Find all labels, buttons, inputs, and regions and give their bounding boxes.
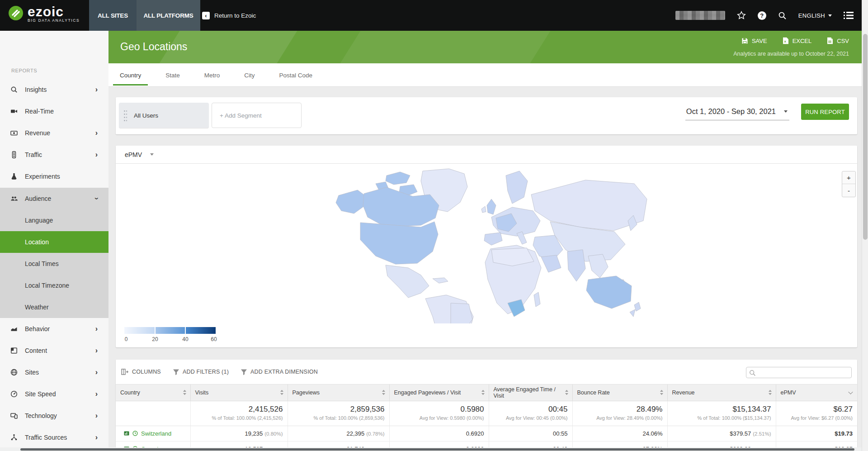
world-map[interactable] (332, 167, 649, 323)
globe-icon (10, 369, 18, 376)
table-search-input[interactable] (758, 367, 849, 378)
tab-metro[interactable]: Metro (198, 63, 227, 87)
favorite-star-icon[interactable] (737, 11, 746, 20)
sidebar-item-real-time[interactable]: Real-Time (0, 100, 108, 122)
date-range-picker[interactable]: Oct 1, 2020 - Sep 30, 2021 (685, 107, 789, 120)
chevron-right-icon: › (95, 369, 98, 375)
run-report-button[interactable]: RUN REPORT (801, 104, 849, 120)
segment-chip-all-users[interactable]: All Users (119, 103, 209, 128)
tab-city[interactable]: City (237, 63, 261, 87)
sidebar-item-content[interactable]: Content › (0, 340, 108, 361)
excel-export-button[interactable]: x EXCEL (783, 37, 812, 44)
sidebar-item-local-timezone[interactable]: Local Timezone (0, 275, 108, 296)
map-legend-labels: 0 20 40 60 (124, 336, 216, 342)
map-card: ePMV (116, 146, 857, 347)
sort-icon (280, 389, 284, 396)
map-zoom-in-button[interactable]: + (842, 171, 855, 184)
sidebar-item-weather[interactable]: Weather (0, 296, 108, 318)
col-header-avg-engaged-time[interactable]: Average Engaged Time / Visit (489, 385, 572, 401)
col-header-country[interactable]: Country (116, 385, 190, 401)
map-zoom-out-button[interactable]: - (842, 184, 855, 197)
excel-icon: x (783, 37, 789, 44)
video-camera-icon (10, 108, 18, 115)
map-metric-dropdown[interactable]: ePMV (125, 151, 154, 158)
sidebar-item-technology[interactable]: Technology › (0, 405, 108, 427)
clock-icon[interactable] (132, 431, 138, 436)
vertical-scrollbar-thumb[interactable] (863, 34, 868, 240)
ezoic-logo[interactable]: ezoic BIG DATA ANALYTICS (8, 5, 80, 23)
svg-text:x: x (784, 39, 786, 43)
report-icon[interactable] (124, 431, 129, 436)
language-selector[interactable]: ENGLISH (798, 12, 832, 19)
col-header-engaged-pageviews[interactable]: Engaged Pageviews / Visit (389, 385, 489, 401)
sidebar-item-behavior[interactable]: Behavior › (0, 318, 108, 340)
main-content: Geo Locations SAVE x EXCEL CSV Analytics… (108, 31, 862, 451)
save-button[interactable]: SAVE (741, 38, 767, 44)
segment-filter-card: All Users + Add Segment Oct 1, 2020 - Se… (116, 97, 857, 134)
chevron-right-icon: › (95, 152, 98, 158)
geo-table: Country Visits Pageviews Engaged Pagevie… (116, 385, 857, 451)
drag-handle-icon[interactable] (123, 109, 127, 121)
sidebar-item-location[interactable]: Location (0, 231, 108, 253)
return-to-ezoic-label: Return to Ezoic (214, 12, 256, 19)
chevron-right-icon: › (95, 326, 98, 332)
tab-state[interactable]: State (159, 63, 187, 87)
totals-row: 2,415,526% of Total: 100.00% (2,415,526)… (116, 401, 857, 426)
page-title: Geo Locations (120, 41, 187, 53)
sidebar-item-traffic-sources[interactable]: Traffic Sources › (0, 427, 108, 448)
sidebar-item-audience[interactable]: Audience › (0, 188, 108, 209)
add-extra-dimension-button[interactable]: ADD EXTRA DIMENSION (241, 369, 318, 375)
col-header-pageviews[interactable]: Pageviews (288, 385, 389, 401)
chevron-right-icon: › (95, 434, 98, 441)
sidebar-item-site-speed[interactable]: Site Speed › (0, 383, 108, 405)
col-header-revenue[interactable]: Revenue (667, 385, 776, 401)
search-icon (10, 86, 18, 93)
all-sites-tab[interactable]: ALL SITES (89, 0, 137, 31)
share-network-icon (10, 434, 18, 441)
chevron-right-icon: › (95, 391, 98, 397)
brand-name: ezoic (28, 6, 80, 18)
sidebar-item-local-times[interactable]: Local Times (0, 253, 108, 275)
csv-export-button[interactable]: CSV (827, 37, 849, 44)
columns-icon (121, 368, 129, 375)
sidebar-item-language[interactable]: Language (0, 209, 108, 231)
table-search-box[interactable] (746, 367, 852, 378)
chevron-down-icon (150, 153, 154, 156)
sidebar-item-experiments[interactable]: Experiments (0, 166, 108, 187)
table-row-switzerland[interactable]: Switzerland 19,235(0.80%) 22,395(0.78%) … (116, 426, 857, 441)
banknote-icon (10, 129, 18, 137)
sidebar-item-revenue[interactable]: Revenue › (0, 122, 108, 144)
chevron-right-icon: › (95, 86, 98, 93)
search-icon[interactable] (778, 11, 787, 20)
view-tabs: Country State Metro City Postal Code (108, 63, 862, 87)
vertical-scrollbar[interactable] (862, 0, 868, 451)
col-header-bounce-rate[interactable]: Bounce Rate (572, 385, 667, 401)
save-icon (741, 38, 748, 44)
columns-button[interactable]: COLUMNS (121, 368, 161, 375)
map-zoom-controls: + - (842, 171, 856, 197)
sidebar: REPORTS Insights › Real-Time Revenue › T… (0, 31, 108, 451)
col-header-visits[interactable]: Visits (190, 385, 288, 401)
username-blurred (675, 11, 725, 20)
tab-postal-code[interactable]: Postal Code (273, 63, 320, 87)
language-label: ENGLISH (798, 12, 825, 19)
all-platforms-tab[interactable]: ALL PLATFORMS (137, 0, 200, 31)
sidebar-item-sites[interactable]: Sites › (0, 361, 108, 383)
chevron-down-icon (828, 14, 832, 17)
chevron-down-icon: › (93, 197, 99, 199)
help-icon[interactable]: ? (758, 11, 766, 20)
horizontal-scrollbar[interactable] (0, 447, 862, 451)
menu-icon[interactable] (844, 11, 854, 19)
return-to-ezoic-link[interactable]: ‹ Return to Ezoic (202, 0, 256, 31)
country-link[interactable]: Switzerland (141, 430, 171, 437)
col-header-epmv[interactable]: ePMV (776, 385, 857, 401)
topbar: ezoic BIG DATA ANALYTICS ALL SITES ALL P… (0, 0, 862, 31)
sidebar-item-insights[interactable]: Insights › (0, 79, 108, 100)
search-icon (749, 370, 756, 376)
add-filters-button[interactable]: ADD FILTERS (1) (173, 369, 229, 375)
horizontal-scrollbar-thumb[interactable] (20, 448, 854, 451)
add-segment-box[interactable]: + Add Segment (212, 103, 302, 128)
sidebar-item-traffic[interactable]: Traffic › (0, 144, 108, 166)
chevron-right-icon: › (95, 130, 98, 136)
tab-country[interactable]: Country (113, 63, 148, 87)
